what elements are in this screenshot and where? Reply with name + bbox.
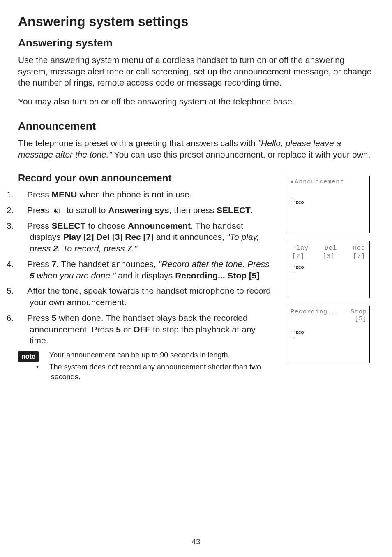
step-item: 2.Press ▼ or ▲ to scroll to Answering sy… [18,204,276,216]
battery-icon [291,201,295,207]
note-item: •The system does not record any announce… [43,362,276,382]
eco-label: ECO [296,200,304,204]
heading-announcement: Announcement [18,120,374,132]
step-item: 4.Press 7. The handset announces, "Recor… [18,258,276,281]
answering-para-1: Use the answering system menu of a cordl… [18,54,374,88]
note-block: note •Your announcement can be up to 90 … [18,350,276,384]
answering-para-2: You may also turn on or off the answerin… [18,96,374,107]
handset-screen-play-del-rec: Play Del Rec [2] [3] [7] ECO [288,241,370,298]
updown-arrow-icon: ♦ [291,179,294,185]
screen-text-del: Del [325,245,337,252]
screen-text-b7: [7] [353,253,365,260]
note-list: •Your announcement can be up to 90 secon… [43,350,276,384]
battery-icon [291,266,295,272]
heading-answering-system: Answering system [18,37,374,49]
screen-text-b2: [2] [292,253,304,260]
screen-text-b5: [5] [291,316,367,323]
step-item: 1.Press MENU when the phone is not in us… [18,189,276,200]
handset-screen-recording: Recording... Stop [5] ECO [288,306,370,363]
announcement-para: The telephone is preset with a greeting … [18,137,374,160]
battery-icon [291,331,295,337]
screen-text-stop: Stop [350,309,367,316]
screen-text-b3: [3] [323,253,335,260]
note-item: •Your announcement can be up to 90 secon… [43,350,276,360]
step-item: 6.Press 5 when done. The handset plays b… [18,312,276,346]
screen-text-rec: Rec [353,245,365,252]
screen-text-recording: Recording... [291,309,337,316]
eco-label: ECO [296,330,304,334]
page-number: 43 [0,537,392,546]
note-badge: note [18,351,39,362]
screen-text-play: Play [292,245,309,252]
step-item: 5.After the tone, speak towards the hand… [18,285,276,308]
page-title: Answering system settings [18,14,374,29]
screen-text-announcement: Announcement [295,179,344,186]
steps-list: 1.Press MENU when the phone is not in us… [18,189,276,346]
handset-screen-announcement: ♦ Announcement ECO [288,176,370,233]
heading-record-announcement: Record your own announcement [18,172,276,184]
eco-label: ECO [296,265,304,269]
step-item: 3.Press SELECT to choose Announcement. T… [18,220,276,254]
